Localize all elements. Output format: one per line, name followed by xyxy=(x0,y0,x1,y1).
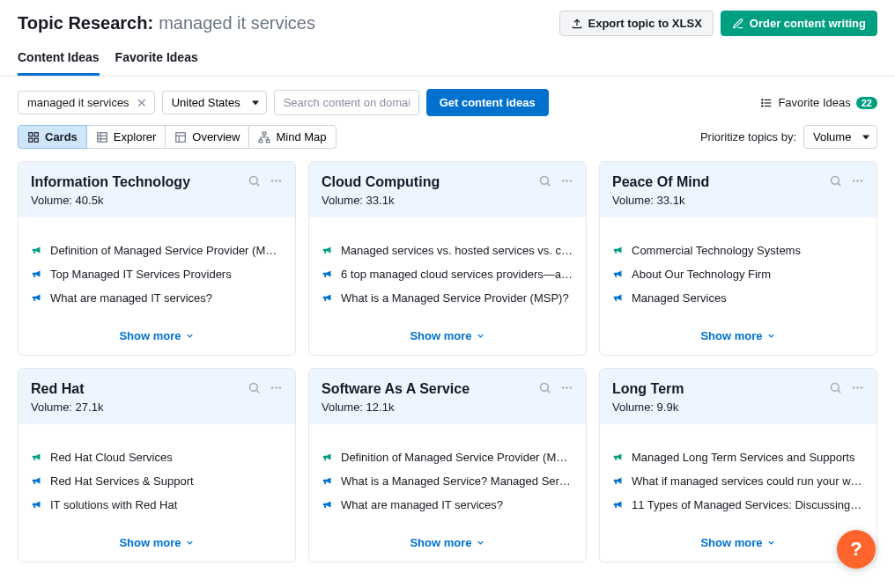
svg-point-43 xyxy=(566,386,568,389)
idea-item[interactable]: What is a Managed Service? Managed Servi… xyxy=(322,474,573,488)
svg-point-20 xyxy=(250,177,258,185)
idea-item[interactable]: 6 top managed cloud services providers—a… xyxy=(322,268,573,281)
idea-item[interactable]: Red Hat Cloud Services xyxy=(31,451,283,464)
page-header: Topic Research: managed it services Expo… xyxy=(0,0,895,43)
search-icon[interactable] xyxy=(248,381,261,394)
show-more-label: Show more xyxy=(410,536,471,549)
svg-rect-9 xyxy=(34,138,38,142)
help-button[interactable]: ? xyxy=(837,530,876,569)
svg-point-49 xyxy=(861,386,863,389)
bullhorn-icon xyxy=(322,268,334,280)
svg-point-24 xyxy=(279,180,282,182)
search-icon[interactable] xyxy=(829,174,842,187)
country-select[interactable]: United States xyxy=(162,91,267,114)
svg-point-23 xyxy=(275,180,277,182)
idea-item[interactable]: What if managed services could run your … xyxy=(612,474,864,488)
search-icon[interactable] xyxy=(538,381,551,394)
svg-rect-8 xyxy=(29,138,33,142)
idea-item[interactable]: Top Managed IT Services Providers xyxy=(31,268,283,281)
card-title: Red Hat xyxy=(31,381,103,397)
idea-item[interactable]: Commercial Technology Systems xyxy=(612,244,864,257)
show-more-button[interactable]: Show more xyxy=(600,322,877,355)
tab-content-ideas[interactable]: Content Ideas xyxy=(18,43,100,76)
card-title: Information Technology xyxy=(31,174,190,190)
tab-favorite-ideas[interactable]: Favorite Ideas xyxy=(115,43,198,76)
topic-chip-clear-icon[interactable]: ✕ xyxy=(137,97,147,109)
search-icon[interactable] xyxy=(538,174,551,187)
volume-label: Volume: xyxy=(612,194,654,207)
volume-label: Volume: xyxy=(31,194,72,207)
idea-item[interactable]: Managed Long Term Services and Supports xyxy=(612,451,864,464)
search-icon[interactable] xyxy=(829,381,842,394)
chevron-down-icon xyxy=(476,331,485,341)
prioritize-select[interactable]: Volume xyxy=(803,125,877,149)
show-more-button[interactable]: Show more xyxy=(18,322,295,355)
idea-item[interactable]: What are managed IT services? xyxy=(322,498,573,511)
more-icon[interactable] xyxy=(851,381,864,394)
topic-card: Cloud Computing Volume: 33.1k Managed se… xyxy=(308,161,587,356)
view-explorer-button[interactable]: Explorer xyxy=(86,125,166,149)
show-more-button[interactable]: Show more xyxy=(600,529,877,562)
chevron-down-icon xyxy=(185,538,195,548)
volume-label: Volume: xyxy=(322,401,363,414)
idea-item[interactable]: What is a Managed Service Provider (MSP)… xyxy=(322,291,573,305)
favorite-ideas-label: Favorite Ideas xyxy=(778,96,850,109)
idea-text: What is a Managed Service Provider (MSP)… xyxy=(341,291,569,305)
show-more-button[interactable]: Show more xyxy=(309,529,586,562)
bullhorn-icon xyxy=(612,451,625,463)
svg-rect-19 xyxy=(267,139,270,142)
bullhorn-icon xyxy=(31,268,43,280)
view-cards-button[interactable]: Cards xyxy=(18,125,87,149)
volume-label: Volume: xyxy=(612,401,654,414)
svg-rect-17 xyxy=(263,132,267,135)
chevron-down-icon xyxy=(185,331,195,341)
bullhorn-icon xyxy=(322,291,334,304)
topic-chip[interactable]: managed it services ✕ xyxy=(18,91,155,114)
idea-item[interactable]: What are managed IT services? xyxy=(31,291,283,305)
order-content-button[interactable]: Order content writing xyxy=(721,11,877,36)
topic-card: Software As A Service Volume: 12.1k Defi… xyxy=(308,368,587,562)
svg-rect-14 xyxy=(176,132,186,142)
volume-value: 33.1k xyxy=(657,194,685,207)
bullhorn-icon xyxy=(612,268,625,280)
more-icon[interactable] xyxy=(270,174,283,187)
export-xlsx-button[interactable]: Export topic to XLSX xyxy=(559,11,714,36)
svg-point-3 xyxy=(762,99,763,99)
chevron-down-icon xyxy=(766,331,776,341)
view-overview-button[interactable]: Overview xyxy=(165,125,249,149)
volume-value: 27.1k xyxy=(76,401,104,414)
chevron-down-icon xyxy=(476,538,485,548)
get-content-ideas-button[interactable]: Get content ideas xyxy=(426,89,549,116)
bullhorn-icon xyxy=(612,291,625,304)
show-more-button[interactable]: Show more xyxy=(309,322,586,355)
idea-item[interactable]: Definition of Managed Service Provider (… xyxy=(322,451,573,464)
card-title: Cloud Computing xyxy=(322,174,440,190)
more-icon[interactable] xyxy=(560,174,573,187)
svg-point-5 xyxy=(762,105,763,106)
more-icon[interactable] xyxy=(851,174,864,187)
idea-text: IT solutions with Red Hat xyxy=(50,498,177,511)
show-more-button[interactable]: Show more xyxy=(18,529,295,562)
svg-rect-18 xyxy=(260,139,263,142)
volume-label: Volume: xyxy=(31,401,72,414)
idea-item[interactable]: Managed Services xyxy=(612,291,864,305)
idea-item[interactable]: Definition of Managed Service Provider (… xyxy=(31,244,283,257)
idea-item[interactable]: Red Hat Services & Support xyxy=(31,474,283,488)
search-icon[interactable] xyxy=(248,174,261,187)
domain-search-input[interactable] xyxy=(274,90,419,115)
idea-item[interactable]: IT solutions with Red Hat xyxy=(31,498,283,511)
idea-item[interactable]: Managed services vs. hosted services vs.… xyxy=(322,244,573,257)
idea-item[interactable]: 11 Types of Managed Services: Discussing… xyxy=(612,498,864,511)
view-mindmap-button[interactable]: Mind Map xyxy=(248,125,336,149)
favorite-ideas-link[interactable]: Favorite Ideas 22 xyxy=(760,96,877,109)
chevron-down-icon xyxy=(766,538,776,548)
svg-rect-7 xyxy=(34,132,38,136)
idea-text: What are managed IT services? xyxy=(341,498,503,511)
more-icon[interactable] xyxy=(270,381,283,394)
bullhorn-icon xyxy=(31,474,43,487)
card-title: Software As A Service xyxy=(322,381,470,397)
svg-point-45 xyxy=(832,384,840,392)
topic-chip-text: managed it services xyxy=(27,96,129,109)
idea-item[interactable]: About Our Technology Firm xyxy=(612,268,864,281)
more-icon[interactable] xyxy=(560,381,573,394)
